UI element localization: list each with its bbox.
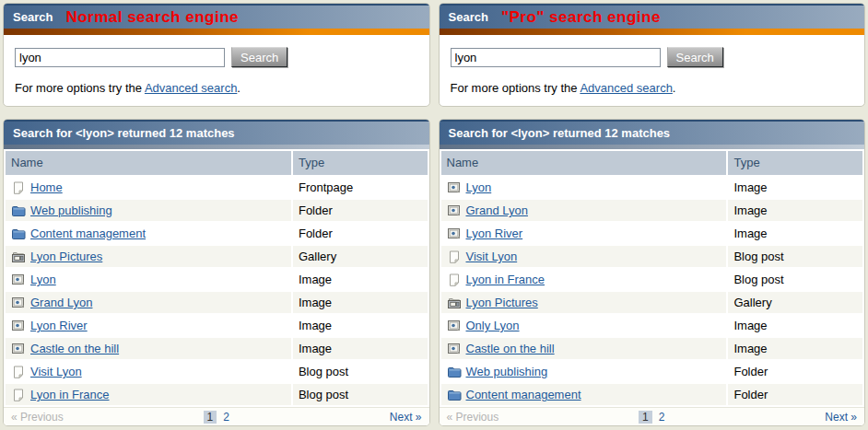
results-table: Name Type HomeFrontpageWeb publishingFol… bbox=[4, 149, 429, 407]
result-type: Blog post bbox=[293, 384, 428, 405]
result-type: Blog post bbox=[293, 361, 428, 382]
result-type: Blog post bbox=[728, 246, 862, 267]
search-panel-normal: Search Normal search engine Search For m… bbox=[3, 3, 430, 107]
page-icon bbox=[11, 180, 26, 195]
options-line: For more options try the Advanced search… bbox=[15, 81, 418, 95]
table-row: LyonImage bbox=[441, 177, 863, 198]
result-link[interactable]: Home bbox=[30, 180, 63, 194]
result-type: Image bbox=[728, 338, 862, 359]
table-row: Grand LyonImage bbox=[6, 292, 428, 313]
image-icon bbox=[11, 296, 26, 310]
page-number-link[interactable]: 2 bbox=[659, 411, 665, 424]
table-row: Grand LyonImage bbox=[441, 200, 863, 221]
result-link[interactable]: Visit Lyon bbox=[466, 250, 518, 263]
result-link[interactable]: Lyon in France bbox=[466, 273, 545, 286]
result-name-cell: Grand Lyon bbox=[441, 200, 727, 221]
pagination: « Previous 1 2 Next » bbox=[440, 407, 865, 425]
page-icon bbox=[447, 273, 462, 287]
pagination: « Previous 1 2 Next » bbox=[4, 407, 429, 425]
result-link[interactable]: Lyon Pictures bbox=[466, 296, 538, 309]
table-row: Lyon PicturesGallery bbox=[441, 292, 863, 313]
results-body: HomeFrontpageWeb publishingFolderContent… bbox=[6, 177, 428, 405]
next-link[interactable]: Next » bbox=[390, 411, 422, 424]
result-type: Image bbox=[293, 315, 428, 336]
result-link[interactable]: Lyon Pictures bbox=[30, 250, 102, 263]
result-link[interactable]: Grand Lyon bbox=[466, 203, 528, 217]
result-link[interactable]: Lyon River bbox=[466, 227, 523, 240]
results-panel-pro: Search for <lyon> returned 12 matches Na… bbox=[439, 119, 866, 426]
image-icon bbox=[447, 180, 462, 195]
table-row: Lyon in FranceBlog post bbox=[441, 269, 863, 290]
result-link[interactable]: Castle on the hill bbox=[30, 342, 119, 355]
results-box-header: Search for <lyon> returned 12 matches bbox=[440, 120, 865, 145]
column-header-type: Type bbox=[293, 151, 428, 175]
search-input[interactable] bbox=[451, 48, 661, 67]
page-number-current: 1 bbox=[639, 411, 652, 424]
result-type: Image bbox=[728, 177, 862, 198]
result-type: Image bbox=[728, 223, 862, 244]
result-name-cell: Lyon bbox=[441, 177, 727, 198]
result-type: Frontpage bbox=[293, 177, 428, 198]
advanced-search-link[interactable]: Advanced search bbox=[145, 81, 237, 95]
options-text-period: . bbox=[673, 81, 676, 95]
result-type: Image bbox=[293, 292, 428, 313]
result-link[interactable]: Web publishing bbox=[466, 365, 548, 378]
column-header-name: Name bbox=[6, 151, 291, 175]
search-input[interactable] bbox=[15, 48, 225, 67]
result-name-cell: Lyon Pictures bbox=[6, 246, 291, 267]
next-link[interactable]: Next » bbox=[825, 411, 857, 424]
options-line: For more options try the Advanced search… bbox=[451, 81, 854, 95]
results-box-header: Search for <lyon> returned 12 matches bbox=[4, 120, 429, 145]
result-link[interactable]: Visit Lyon bbox=[30, 365, 82, 378]
result-link[interactable]: Lyon in France bbox=[30, 388, 110, 401]
image-icon bbox=[447, 203, 462, 218]
search-button[interactable]: Search bbox=[667, 47, 723, 67]
result-type: Gallery bbox=[293, 246, 428, 267]
result-name-cell: Lyon Pictures bbox=[441, 292, 727, 313]
result-name-cell: Grand Lyon bbox=[6, 292, 291, 313]
result-link[interactable]: Lyon bbox=[30, 273, 56, 286]
result-type: Folder bbox=[293, 223, 428, 244]
page-numbers: 1 2 bbox=[639, 411, 664, 424]
image-icon bbox=[447, 227, 462, 241]
result-type: Image bbox=[293, 338, 428, 359]
result-type: Gallery bbox=[728, 292, 862, 313]
result-link[interactable]: Web publishing bbox=[30, 203, 112, 217]
result-name-cell: Content management bbox=[6, 223, 291, 244]
result-name-cell: Home bbox=[6, 177, 291, 198]
table-row: Lyon RiverImage bbox=[6, 315, 428, 336]
page-numbers: 1 2 bbox=[204, 411, 229, 424]
table-row: HomeFrontpage bbox=[6, 177, 428, 198]
result-type: Folder bbox=[293, 200, 428, 221]
result-name-cell: Visit Lyon bbox=[441, 246, 727, 267]
result-name-cell: Web publishing bbox=[441, 361, 727, 382]
result-link[interactable]: Castle on the hill bbox=[466, 342, 555, 355]
result-link[interactable]: Lyon bbox=[466, 180, 492, 194]
results-body: LyonImageGrand LyonImageLyon RiverImageV… bbox=[441, 177, 863, 405]
result-name-cell: Visit Lyon bbox=[6, 361, 291, 382]
table-row: Content managementFolder bbox=[441, 384, 863, 405]
result-link[interactable]: Only Lyon bbox=[466, 319, 520, 332]
image-icon bbox=[447, 319, 462, 333]
result-link[interactable]: Grand Lyon bbox=[30, 296, 92, 309]
table-row: Castle on the hillImage bbox=[441, 338, 863, 359]
table-row: Lyon in FranceBlog post bbox=[6, 384, 428, 405]
page-grid: Search Normal search engine Search For m… bbox=[3, 3, 865, 426]
page-number-link[interactable]: 2 bbox=[223, 411, 229, 424]
gallery-icon bbox=[11, 250, 26, 264]
result-link[interactable]: Content management bbox=[466, 388, 581, 401]
search-button[interactable]: Search bbox=[231, 47, 287, 67]
result-name-cell: Lyon bbox=[6, 269, 291, 290]
previous-link-disabled: « Previous bbox=[447, 411, 639, 424]
options-text-period: . bbox=[237, 81, 240, 95]
table-row: Web publishingFolder bbox=[6, 200, 428, 221]
folder-icon bbox=[447, 388, 462, 402]
result-link[interactable]: Content management bbox=[30, 227, 146, 240]
results-box-title: Search for <lyon> returned 12 matches bbox=[449, 126, 671, 140]
folder-icon bbox=[11, 203, 26, 218]
result-name-cell: Lyon in France bbox=[6, 384, 291, 405]
result-link[interactable]: Lyon River bbox=[30, 319, 88, 332]
table-row: Only LyonImage bbox=[441, 315, 863, 336]
page-icon bbox=[447, 250, 462, 264]
advanced-search-link[interactable]: Advanced search bbox=[580, 81, 672, 95]
